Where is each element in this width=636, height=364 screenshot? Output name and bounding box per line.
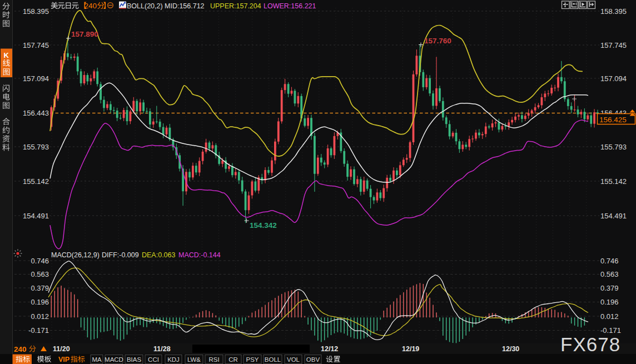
svg-text:MA: MA <box>92 356 102 363</box>
svg-text:11/28: 11/28 <box>153 345 171 353</box>
svg-text:157.745: 157.745 <box>600 41 627 49</box>
svg-text:12/19: 12/19 <box>402 345 419 353</box>
svg-text:DEA:0.063: DEA:0.063 <box>142 251 176 259</box>
svg-text:BOLL(20,2): BOLL(20,2) <box>127 2 163 10</box>
svg-text:MID:156.712: MID:156.712 <box>165 2 205 10</box>
svg-text:LW&: LW& <box>187 356 201 363</box>
svg-text:155.793: 155.793 <box>600 143 627 151</box>
svg-text:VIP: VIP <box>58 356 69 363</box>
svg-text:12/12: 12/12 <box>321 345 338 353</box>
svg-text:PSY: PSY <box>246 356 259 363</box>
svg-text:158.395: 158.395 <box>23 7 49 16</box>
svg-text:12/30: 12/30 <box>502 345 519 353</box>
svg-text:0.012: 0.012 <box>31 312 49 321</box>
svg-text:OBV: OBV <box>306 356 320 363</box>
svg-text:157.094: 157.094 <box>23 74 49 83</box>
svg-text:CCI: CCI <box>148 356 159 363</box>
svg-text:0.746: 0.746 <box>600 257 619 265</box>
svg-text:155.793: 155.793 <box>23 143 49 151</box>
svg-text:157.094: 157.094 <box>600 74 627 83</box>
svg-text:156.425: 156.425 <box>599 116 627 124</box>
svg-text:155.142: 155.142 <box>23 177 49 186</box>
svg-text:154.342: 154.342 <box>250 221 277 230</box>
svg-text:BOLL: BOLL <box>265 356 281 363</box>
svg-text:0.012: 0.012 <box>600 312 619 321</box>
svg-text:11/20: 11/20 <box>53 345 70 353</box>
svg-text:K: K <box>4 51 9 59</box>
svg-text:157.890: 157.890 <box>71 30 98 38</box>
svg-text:0.563: 0.563 <box>31 270 49 278</box>
svg-text:MACD(26,12,9): MACD(26,12,9) <box>51 251 100 259</box>
svg-text:154.491: 154.491 <box>600 212 627 220</box>
svg-text:CR: CR <box>228 356 238 363</box>
svg-text:155.142: 155.142 <box>600 177 627 186</box>
svg-text:0.379: 0.379 <box>600 284 619 292</box>
svg-text:240: 240 <box>85 2 97 10</box>
svg-text:157.745: 157.745 <box>23 41 49 49</box>
svg-text:0.196: 0.196 <box>31 298 49 306</box>
svg-text:FX678: FX678 <box>560 333 620 355</box>
svg-text:156.443: 156.443 <box>23 109 49 117</box>
svg-text:DIFF:-0.009: DIFF:-0.009 <box>102 251 139 259</box>
svg-text:MACD: MACD <box>105 356 123 363</box>
svg-text:UPPER:157.204: UPPER:157.204 <box>210 2 261 10</box>
svg-text:0.196: 0.196 <box>600 298 619 306</box>
svg-text:-0.171: -0.171 <box>28 326 49 335</box>
svg-text:157.760: 157.760 <box>424 37 451 45</box>
svg-text:RSI: RSI <box>208 356 219 363</box>
svg-text:0.746: 0.746 <box>31 257 49 265</box>
svg-text:LOWER:156.221: LOWER:156.221 <box>264 2 316 10</box>
svg-text:0.563: 0.563 <box>600 270 619 278</box>
svg-text:158.395: 158.395 <box>600 7 627 16</box>
svg-text:0.379: 0.379 <box>31 284 49 292</box>
svg-text:KDJ: KDJ <box>167 356 180 363</box>
svg-text:240: 240 <box>14 345 27 353</box>
svg-text:MACD:-0.144: MACD:-0.144 <box>178 251 221 259</box>
svg-text:BIAS: BIAS <box>127 356 142 363</box>
svg-text:154.491: 154.491 <box>23 212 49 220</box>
svg-text:VOL: VOL <box>287 356 300 363</box>
